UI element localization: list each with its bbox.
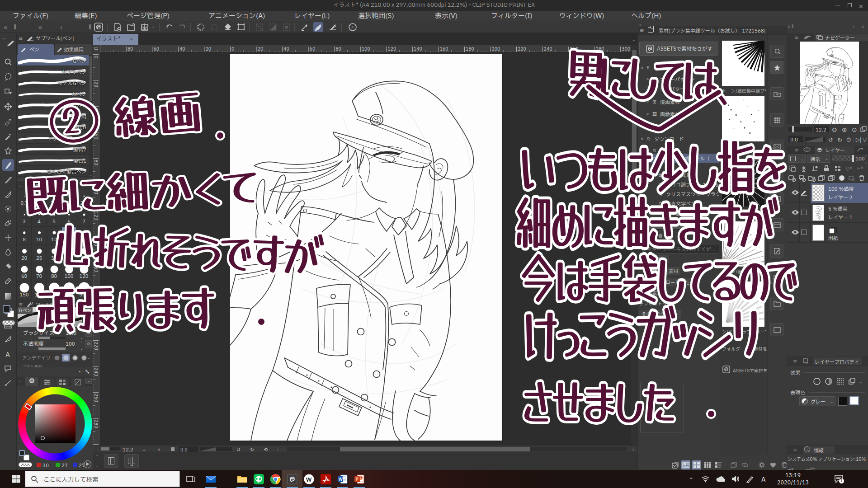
svg-text:させました: させました: [521, 361, 675, 435]
svg-text:男にしては、: 男にしては、: [563, 33, 750, 115]
svg-text:頑張ります: 頑張ります: [34, 268, 215, 344]
svg-text:線画: 線画: [109, 75, 205, 149]
svg-text:けっこうガッシリ: けっこうガッシリ: [522, 283, 758, 374]
